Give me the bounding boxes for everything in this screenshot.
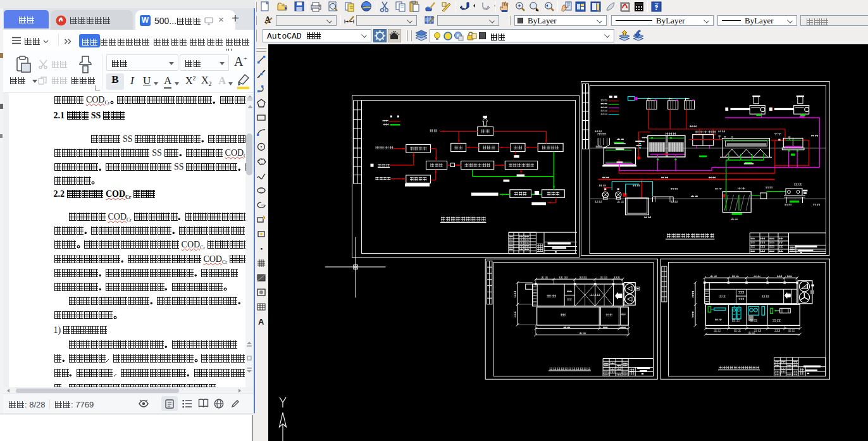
svg-text:?: ? [655,3,659,12]
svg-text:A: A [258,317,264,326]
